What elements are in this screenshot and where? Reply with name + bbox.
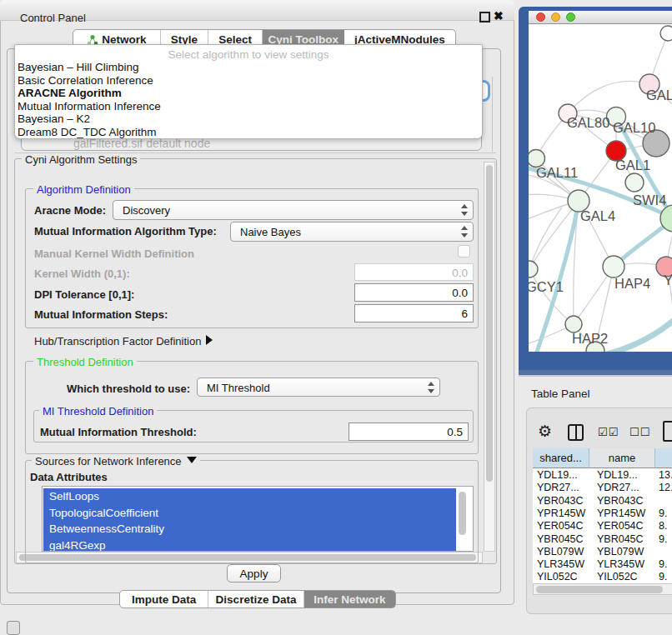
cell: 9. bbox=[659, 508, 667, 519]
minimize-window-icon[interactable] bbox=[551, 12, 560, 22]
attributes-list-scrollbar[interactable] bbox=[459, 492, 466, 535]
hub-definition-toggle[interactable]: Hub/Transcription Factor Definition bbox=[34, 335, 213, 348]
mit-label: Mutual Information Threshold: bbox=[40, 426, 197, 438]
node-table[interactable]: shared...nameAYDL19...YDL19...13.YDR27..… bbox=[533, 448, 672, 583]
collapse-arrow-icon bbox=[187, 457, 197, 463]
combo-spinner-icon bbox=[460, 225, 468, 238]
tab-infer-network[interactable]: Infer Network bbox=[304, 591, 395, 608]
threshold-definition-title: Threshold Definition bbox=[33, 356, 137, 368]
node-label: GAL1 bbox=[615, 158, 650, 172]
settings-vertical-scrollbar[interactable] bbox=[484, 162, 495, 552]
close-panel-button[interactable]: ✖ bbox=[494, 9, 504, 22]
cell: YDR27... bbox=[537, 482, 579, 493]
node-label: GAL10 bbox=[613, 120, 655, 135]
node-label: GAL80 bbox=[567, 115, 609, 130]
mi-steps-value: 6 bbox=[461, 308, 468, 320]
cell: 9. bbox=[659, 558, 667, 570]
column-header-1[interactable]: shared... bbox=[533, 448, 589, 468]
mi-steps-label: Mutual Information Steps: bbox=[34, 308, 168, 321]
mi-type-value: Naive Bayes bbox=[240, 226, 301, 238]
manual-kernel-checkbox[interactable] bbox=[458, 245, 470, 258]
cell: YBR045C bbox=[597, 533, 644, 545]
network-node-swi4[interactable] bbox=[625, 173, 644, 192]
algorithm-dropdown-popup: Select algorithm to view settings Bayesi… bbox=[14, 44, 483, 139]
attribute-item[interactable]: SelfLoops bbox=[43, 488, 456, 505]
aracne-mode-combo[interactable]: Discovery bbox=[113, 200, 474, 220]
cell: 13. bbox=[659, 469, 672, 481]
zoom-window-icon[interactable] bbox=[566, 12, 575, 22]
network-node-gcy1[interactable] bbox=[529, 261, 538, 278]
cell: YBR043C bbox=[537, 495, 584, 507]
gear-icon[interactable]: ⚙ bbox=[538, 422, 552, 441]
network-node-hap4[interactable] bbox=[603, 256, 624, 278]
network-node[interactable] bbox=[660, 26, 672, 41]
kernel-width-field[interactable]: 0.0 bbox=[354, 263, 474, 281]
sources-group-title[interactable]: Sources for Network Inference bbox=[32, 455, 200, 468]
attribute-item[interactable]: BetweennessCentrality bbox=[43, 521, 456, 538]
network-edge[interactable] bbox=[529, 269, 574, 324]
cell: YLR345W bbox=[597, 558, 644, 570]
table-panel-title: Table Panel bbox=[531, 388, 590, 400]
node-label: GAL11 bbox=[536, 165, 578, 180]
network-node-hap2[interactable] bbox=[565, 316, 582, 332]
data-attributes-list[interactable]: SelfLoopsTopologicalCoefficientBetweenne… bbox=[42, 486, 474, 552]
attribute-item[interactable]: gal4RGexp bbox=[43, 538, 456, 552]
select-all-columns-icon[interactable]: ☑☑ bbox=[598, 426, 619, 438]
cell: 8. bbox=[659, 520, 667, 532]
bottom-tabstrip: Impute DataDiscretize DataInfer Network bbox=[119, 590, 396, 608]
cell: YDL19... bbox=[597, 469, 638, 481]
deselect-all-columns-icon[interactable]: ☐☐ bbox=[629, 426, 650, 438]
tab-discretize-data[interactable]: Discretize Data bbox=[208, 591, 303, 608]
apply-button[interactable]: Apply bbox=[227, 564, 281, 582]
columns-icon[interactable] bbox=[568, 424, 584, 441]
algorithm-option[interactable]: Dream8 DC_TDC Algorithm bbox=[15, 126, 482, 139]
tab-label: Impute Data bbox=[132, 593, 196, 606]
algorithm-option[interactable]: Bayesian – K2 bbox=[15, 112, 482, 126]
dpi-tolerance-label: DPI Tolerance [0,1]: bbox=[34, 288, 134, 301]
algorithm-option[interactable]: Basic Correlation Inference bbox=[15, 74, 482, 88]
algorithm-option[interactable]: ARACNE Algorithm bbox=[15, 87, 482, 100]
network-window-titlebar bbox=[529, 11, 672, 24]
mi-steps-field[interactable]: 6 bbox=[354, 304, 474, 322]
network-canvas[interactable]: GAL2GAL80GAL10GAL1GAL11GAL4SWI4GCY1HAP4Y… bbox=[529, 24, 672, 352]
cell: YBR045C bbox=[537, 533, 584, 545]
cell: YIL052C bbox=[537, 571, 578, 582]
algorithm-dropdown-prompt: Select algorithm to view settings bbox=[15, 48, 482, 61]
dpi-tolerance-field[interactable]: 0.0 bbox=[354, 283, 474, 302]
node-label: SWI4 bbox=[633, 192, 666, 208]
network-edge[interactable] bbox=[568, 81, 649, 113]
cell: YER054C bbox=[597, 520, 644, 532]
network-edge-highlighted[interactable] bbox=[604, 318, 672, 352]
cyni-algorithm-settings-title: Cyni Algorithm Settings bbox=[22, 153, 140, 166]
mi-type-combo[interactable]: Naive Bayes bbox=[230, 222, 474, 242]
column-header-3[interactable]: A bbox=[655, 448, 672, 468]
screenshot-root: Control Panel ✖ NetworkStyleSelectCyni T… bbox=[0, 0, 672, 635]
network-window-frame-edge bbox=[519, 375, 672, 377]
node-label: HAP2 bbox=[572, 331, 608, 346]
float-window-button[interactable] bbox=[479, 12, 490, 22]
which-threshold-combo[interactable]: MI Threshold bbox=[197, 378, 440, 397]
cell: YPR145W bbox=[537, 508, 585, 519]
column-header-2[interactable]: name bbox=[589, 448, 655, 468]
algorithm-option[interactable]: Mutual Information Inference bbox=[15, 100, 482, 113]
mit-field[interactable]: 0.5 bbox=[349, 422, 469, 441]
manual-kernel-label: Manual Kernel Width Definition bbox=[34, 248, 194, 260]
expand-arrow-icon bbox=[206, 335, 213, 345]
table-horizontal-scrollbar[interactable] bbox=[533, 583, 672, 595]
algorithm-option[interactable]: Bayesian – Hill Climbing bbox=[15, 61, 482, 74]
dock-panel-button[interactable] bbox=[7, 621, 20, 635]
close-window-icon[interactable] bbox=[536, 12, 545, 22]
cell: YLR345W bbox=[537, 558, 584, 570]
cell: 9. bbox=[659, 533, 667, 545]
tab-impute-data[interactable]: Impute Data bbox=[120, 591, 208, 608]
cell: YBL079W bbox=[537, 546, 584, 558]
attribute-item[interactable]: TopologicalCoefficient bbox=[43, 505, 456, 522]
cell: YDL19... bbox=[537, 469, 578, 481]
export-table-icon[interactable] bbox=[663, 421, 672, 442]
node-label: HAP4 bbox=[614, 276, 650, 291]
control-panel-title: Control Panel bbox=[20, 12, 86, 24]
mi-type-label: Mutual Information Algorithm Type: bbox=[34, 225, 217, 238]
aracne-mode-value: Discovery bbox=[123, 204, 170, 217]
tab-label: Infer Network bbox=[313, 593, 385, 606]
hub-definition-label: Hub/Transcription Factor Definition bbox=[34, 335, 201, 348]
